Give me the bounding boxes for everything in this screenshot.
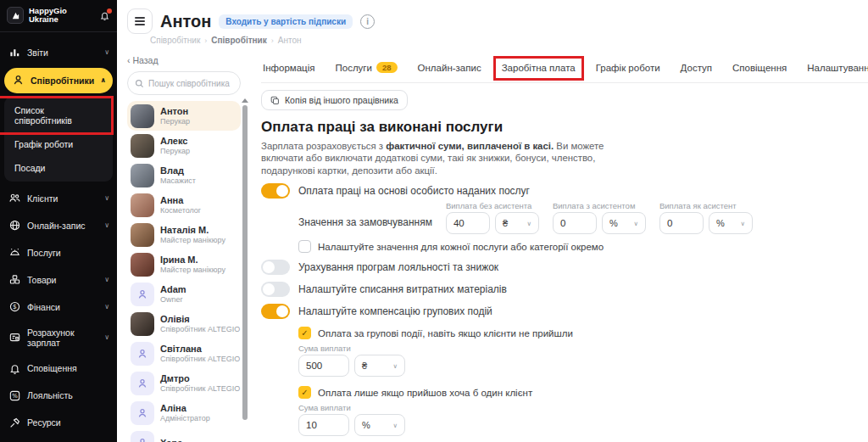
sidebar-item-employee-list[interactable]: Список співробітників — [4, 98, 113, 132]
toggle-group-events[interactable] — [261, 304, 290, 319]
payout-with-assistant-input[interactable] — [553, 212, 597, 234]
toggle-personal-services[interactable] — [261, 183, 290, 199]
unit-select[interactable]: ₴∨ — [495, 212, 539, 234]
sidebar-item-integrations[interactable]: Інтеграції — [0, 436, 117, 442]
list-item[interactable]: АннаКосметолог — [127, 190, 241, 220]
list-item[interactable]: СвітланаСпівробітник ALTEGIO — [127, 338, 241, 368]
tab-work-schedule[interactable]: Графік роботи — [596, 63, 660, 73]
list-item[interactable]: Ірина М.Майстер манікюру — [127, 249, 241, 279]
payroll-icon — [8, 331, 21, 344]
field-group-no-assistant: Виплата без асистента ₴∨ — [446, 201, 539, 234]
copy-button-label: Копія від іншого працівника — [285, 95, 398, 105]
unit-value: ₴ — [503, 218, 508, 228]
tab-label: Заробітна плата — [502, 63, 576, 73]
back-label: Назад — [132, 55, 158, 65]
chevron-down-icon: ∨ — [104, 221, 109, 229]
unit-select[interactable]: %∨ — [602, 212, 646, 234]
copy-from-employee-button[interactable]: Копія від іншого працівника — [261, 90, 408, 110]
employee-role: Майстер манікюру — [160, 236, 225, 244]
breadcrumb-separator: › — [271, 36, 274, 45]
employee-name: Дмтро — [160, 373, 237, 383]
sidebar-item-loyalty[interactable]: % Лояльність — [0, 382, 117, 409]
tab-online-booking[interactable]: Онлайн-запис — [418, 63, 481, 73]
default-values-label: Значення за замовчуванням — [298, 216, 432, 234]
avatar — [131, 253, 154, 277]
sidebar-item-label: Розрахунок зарплат — [27, 327, 98, 348]
scrollbar-up-arrow[interactable] — [242, 98, 248, 103]
sidebar-item-online-booking[interactable]: Онлайн-запис ∨ — [0, 212, 117, 239]
sidebar-item-resources[interactable]: Ресурси — [0, 409, 117, 436]
sidebar-item-employees[interactable]: Співробітники ∧ — [4, 68, 113, 93]
service-bell-icon — [8, 246, 21, 260]
employee-name: Наталія М. — [160, 225, 225, 235]
list-item[interactable]: ОлівіяСпівробітник ALTEGIO — [127, 309, 241, 338]
avatar-placeholder — [131, 283, 154, 306]
tab-notifications[interactable]: Сповіщення — [732, 63, 787, 73]
list-item[interactable]: AdamOwner — [127, 279, 241, 309]
unit-select[interactable]: %∨ — [354, 414, 405, 436]
sidebar-item-work-schedule[interactable]: Графік роботи — [4, 132, 113, 156]
payout-no-assistant-input[interactable] — [446, 212, 490, 234]
field-label: Виплата без асистента — [446, 201, 539, 210]
per-service-checkbox[interactable] — [298, 240, 311, 253]
list-item[interactable]: ВладМасажист — [127, 160, 241, 190]
sidebar-item-services[interactable]: Послуги — [0, 239, 117, 266]
employee-role: Перукар — [160, 147, 190, 155]
tab-label: Послуги — [335, 63, 372, 73]
unit-value: ₴ — [362, 361, 367, 371]
employee-search[interactable] — [127, 71, 241, 95]
breadcrumb-item[interactable]: Співробітник — [211, 36, 266, 45]
info-icon[interactable]: i — [360, 14, 375, 29]
sidebar-item-clients[interactable]: Клієнти ∨ — [0, 185, 117, 212]
employee-role: Масажист — [160, 176, 196, 185]
unit-select[interactable]: ₴∨ — [354, 355, 405, 377]
tab-access[interactable]: Доступ — [681, 63, 712, 73]
sidebar-item-finance[interactable]: $ Фінанси ∨ — [0, 294, 117, 321]
tab-services[interactable]: Послуги28 — [335, 62, 397, 73]
toggle-loyalty[interactable] — [261, 260, 290, 275]
tab-settings[interactable]: Налаштування — [807, 63, 868, 73]
avatar — [131, 164, 154, 187]
pay-if-one-client-checkbox[interactable]: ✓ — [298, 386, 311, 399]
breadcrumb-item: Антон — [278, 36, 302, 45]
svg-text:%: % — [12, 392, 18, 400]
tab-information[interactable]: Інформація — [263, 63, 314, 73]
list-item[interactable]: ДмтроСпівробітник ALTEGIO — [127, 368, 241, 398]
list-item[interactable]: Наталія М.Майстер манікюру — [127, 220, 241, 249]
employee-name: Олівія — [160, 314, 237, 324]
scrollbar-thumb[interactable] — [242, 105, 248, 420]
group-percent-amount-input[interactable] — [298, 414, 349, 436]
scrollbar[interactable] — [242, 98, 248, 440]
sidebar-item-payroll[interactable]: Розрахунок зарплат ∨ — [0, 321, 117, 355]
breadcrumb-item[interactable]: Співробітник — [150, 36, 200, 45]
sidebar-item-positions[interactable]: Посади — [4, 156, 113, 180]
employee-name: Антон — [160, 106, 190, 116]
employee-role: Адміністратор — [160, 414, 210, 422]
notifications-bell-icon[interactable] — [99, 10, 110, 21]
tab-label: Налаштування — [807, 63, 868, 73]
sidebar-item-goods[interactable]: Товари ∨ — [0, 266, 117, 294]
employee-role: Співробітник ALTEGIO — [160, 355, 237, 363]
list-item[interactable]: АлексПерукар — [127, 131, 241, 160]
list-item[interactable]: Хара — [127, 428, 241, 442]
payout-as-assistant-input[interactable] — [659, 212, 704, 234]
avatar — [131, 134, 154, 158]
tab-salary[interactable]: Заробітна плата — [502, 63, 576, 73]
search-input[interactable] — [148, 79, 233, 88]
pay-even-no-show-checkbox[interactable]: ✓ — [298, 327, 311, 339]
list-item[interactable]: АлінаАдміністратор — [127, 398, 241, 428]
sidebar-item-notifications[interactable]: Сповіщення — [0, 355, 117, 382]
back-link[interactable]: ‹ Назад — [127, 55, 248, 65]
toggle-consumables[interactable] — [261, 282, 290, 297]
list-item[interactable]: АнтонПерукар — [127, 101, 241, 131]
employee-name: Adam — [160, 284, 186, 294]
notification-dot — [107, 8, 112, 14]
group-payout-amount-input[interactable] — [298, 355, 349, 377]
sidebar-item-reports[interactable]: Звіти ∨ — [0, 39, 117, 66]
unit-value: % — [716, 218, 725, 228]
per-service-checkbox-row: Налаштуйте значення для кожної послуги а… — [298, 240, 868, 253]
sidebar-item-label: Фінанси — [27, 302, 98, 312]
unit-select[interactable]: %∨ — [709, 212, 753, 234]
hamburger-menu-button[interactable] — [127, 8, 153, 34]
avatar — [131, 223, 154, 247]
